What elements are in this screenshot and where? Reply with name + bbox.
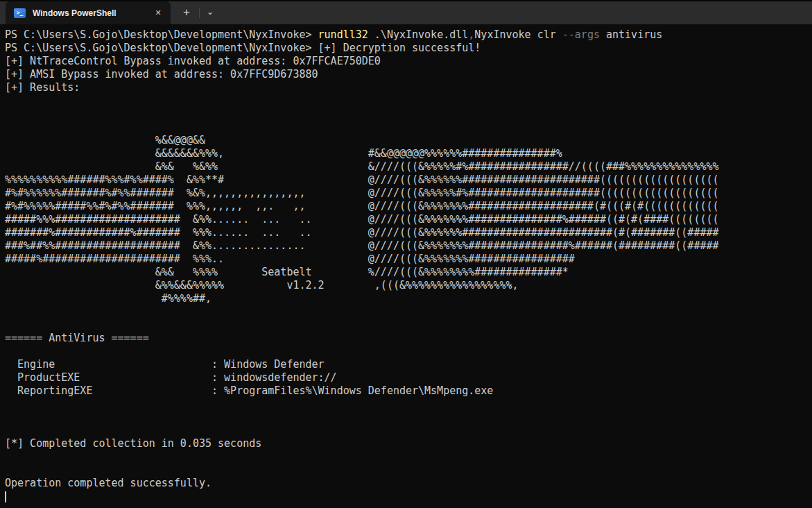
terminal-text-segment: , bbox=[468, 28, 474, 41]
terminal-line: #%#%%%%%#####%%#%#%%####### %%%,,,,,, ,,… bbox=[5, 200, 812, 213]
terminal-line: [+] AMSI Bypass invoked at address: 0x7F… bbox=[5, 68, 812, 81]
terminal-line: #####%###################### %%%.. @////… bbox=[5, 253, 812, 266]
terminal-line: [*] Completed collection in 0.035 second… bbox=[5, 437, 812, 450]
terminal-line bbox=[5, 121, 812, 134]
terminal-line bbox=[5, 319, 812, 332]
tab-dropdown-button[interactable]: ⌄ bbox=[202, 1, 218, 24]
terminal-line: PS C:\Users\S.Gojo\Desktop\Development\N… bbox=[5, 42, 812, 55]
terminal-line bbox=[5, 398, 812, 411]
toolbar-divider bbox=[199, 8, 200, 18]
terminal-line: #%#%%%%%%#######%#%%####### %&%,,,,,,,,,… bbox=[5, 187, 812, 200]
terminal-line: [+] NtTraceControl Bypass invoked at add… bbox=[5, 55, 812, 68]
terminal-line: ProductEXE : windowsdefender:// bbox=[5, 371, 812, 384]
terminal-line bbox=[5, 411, 812, 424]
tab-close-icon[interactable]: ✕ bbox=[151, 8, 165, 17]
terminal-line: &%%&&&%%%%% v1.2.2 ,(((&%%%%%%%%%%%%%%%%… bbox=[5, 279, 812, 292]
terminal-line: ReportingEXE : %ProgramFiles%\Windows De… bbox=[5, 384, 812, 398]
terminal-line: %&&@@@&& bbox=[5, 134, 812, 147]
terminal-text-segment: .\NyxInvoke.dll bbox=[368, 28, 469, 41]
terminal-output[interactable]: PS C:\Users\S.Gojo\Desktop\Development\N… bbox=[0, 24, 812, 508]
terminal-line: [+] Results: bbox=[5, 81, 812, 94]
terminal-line: Operation completed successfully. bbox=[5, 477, 812, 490]
terminal-text-segment: rundll32 bbox=[318, 28, 368, 41]
terminal-line: #######%############%####### %%%...... .… bbox=[5, 226, 812, 239]
new-tab-button[interactable]: + bbox=[178, 1, 196, 24]
tab-windows-powershell[interactable]: >_ Windows PowerShell ✕ bbox=[6, 1, 171, 24]
terminal-line bbox=[5, 490, 812, 503]
terminal-line bbox=[5, 345, 812, 358]
terminal-cursor bbox=[5, 491, 6, 502]
terminal-line bbox=[5, 305, 812, 319]
terminal-line bbox=[5, 94, 812, 108]
powershell-icon: >_ bbox=[14, 8, 26, 18]
terminal-text-segment: PS C:\Users\S.Gojo\Desktop\Development\N… bbox=[5, 28, 318, 41]
terminal-line: #####%%%#################### &%%...... .… bbox=[5, 213, 812, 226]
terminal-line bbox=[5, 424, 812, 437]
terminal-line: PS C:\Users\S.Gojo\Desktop\Development\N… bbox=[5, 28, 812, 42]
terminal-line: &%& %&%% &////(((&%%%%%#%###############… bbox=[5, 160, 812, 173]
terminal-text-segment: NyxInvoke clr bbox=[474, 28, 562, 41]
title-bar[interactable]: >_ Windows PowerShell ✕ + ⌄ bbox=[0, 1, 812, 24]
terminal-line: ====== AntiVirus ====== bbox=[5, 332, 812, 345]
terminal-line: &%& %%%% Seatbelt %////(((&%%%%%%%%#####… bbox=[5, 266, 812, 279]
terminal-line bbox=[5, 450, 812, 464]
tab-title: Windows PowerShell bbox=[33, 8, 151, 18]
terminal-line: Engine : Windows Defender bbox=[5, 358, 812, 371]
terminal-line: %%%%%%%%%%######%%%#%%####% &%%**# @////… bbox=[5, 173, 812, 187]
terminal-text-segment: --args bbox=[562, 28, 600, 41]
terminal-text-segment: antivirus bbox=[600, 28, 662, 41]
terminal-line: ###%##%%#################### &%%........… bbox=[5, 239, 812, 253]
terminal-line: &&&&&&&%%%, #&&@@@@@@%%%%%%#############… bbox=[5, 147, 812, 160]
terminal-line: #%%%%##, bbox=[5, 292, 812, 305]
terminal-line bbox=[5, 108, 812, 121]
terminal-line bbox=[5, 464, 812, 477]
